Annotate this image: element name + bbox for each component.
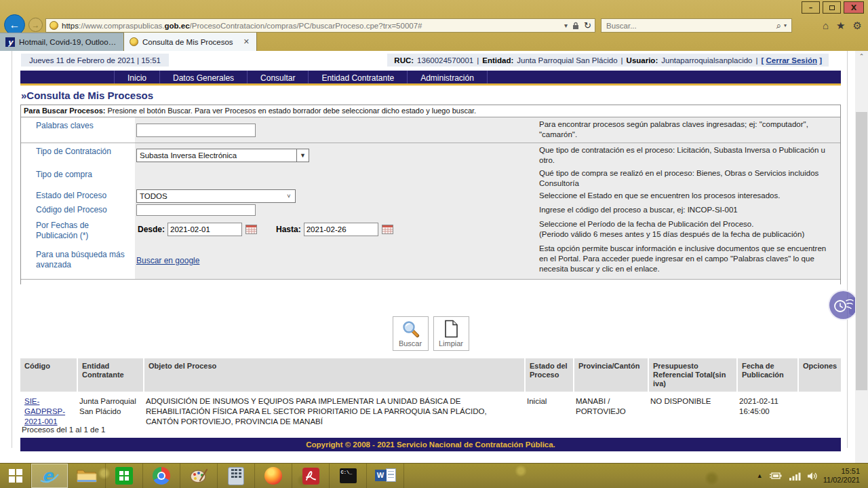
taskbar-firefox[interactable] xyxy=(255,464,292,488)
limpiar-button[interactable]: Limpiar xyxy=(433,316,469,351)
tab-label: Consulta de Mis Procesos xyxy=(142,38,238,46)
search-input[interactable] xyxy=(606,22,776,30)
chrome-icon xyxy=(153,467,170,485)
avanzada-help: Esta opción permite buscar información e… xyxy=(534,242,840,279)
session-bar: RUC: 1360024570001 | Entidad: Junta Parr… xyxy=(387,54,829,67)
col-entidad: Entidad Contratante xyxy=(78,358,143,392)
buscar-button[interactable]: Buscar xyxy=(393,316,429,351)
acrobat-reader-icon xyxy=(302,468,319,485)
proceso-codigo-link[interactable]: SIE-GADPRSP-2021-001 xyxy=(24,397,65,426)
scroll-up-icon[interactable]: ⌃ xyxy=(855,51,868,62)
codigo-input[interactable] xyxy=(136,204,256,216)
nav-item-entidad-contratante[interactable]: Entidad Contratante xyxy=(309,71,408,83)
col-codigo: Código xyxy=(20,358,77,392)
nav-item-datos-generales[interactable]: Datos Generales xyxy=(160,71,248,83)
entidad-label: Entidad: xyxy=(482,56,513,64)
taskbar-chrome[interactable] xyxy=(143,464,180,488)
nav-item-inicio[interactable]: Inicio xyxy=(114,71,160,83)
speaker-icon[interactable] xyxy=(807,472,817,481)
network-signal-icon[interactable] xyxy=(789,472,801,481)
ruc-label: RUC: xyxy=(394,56,414,64)
start-button[interactable] xyxy=(0,464,31,488)
taskbar-clock[interactable]: 15:51 11/02/2021 xyxy=(823,467,860,485)
nav-item-consultar[interactable]: Consultar xyxy=(248,71,309,83)
calendar-icon[interactable] xyxy=(382,225,393,234)
calendar-icon[interactable] xyxy=(245,225,257,234)
chevron-down-icon: ˅ xyxy=(283,190,295,202)
internet-explorer-icon: e xyxy=(39,466,60,485)
palabras-input[interactable] xyxy=(136,124,256,137)
taskbar-microsoft-store[interactable] xyxy=(106,464,143,488)
minimize-button[interactable]: – xyxy=(802,1,820,14)
logout-link[interactable]: [ Cerrar Sesión ] xyxy=(762,56,823,64)
screen: – X ← → https://www.compraspublicas.gob.… xyxy=(0,0,868,488)
refresh-icon[interactable]: ↻ xyxy=(584,20,591,31)
taskbar: e xyxy=(0,463,868,488)
url-dropdown-icon[interactable]: ▾ xyxy=(564,22,568,29)
cell-provincia: MANABI / PORTOVIEJO xyxy=(574,393,648,430)
scrollbar-thumb[interactable] xyxy=(856,112,867,390)
taskbar-internet-explorer[interactable]: e xyxy=(31,464,68,488)
usuario-value: Juntaparroquialsanplacido xyxy=(661,56,752,64)
search-box[interactable]: ⌕ ▾ xyxy=(601,18,792,33)
taskbar-word[interactable]: W xyxy=(367,464,404,488)
action-buttons: Buscar Limpiar xyxy=(20,316,841,351)
usuario-label: Usuario: xyxy=(627,56,658,64)
firefox-icon xyxy=(264,467,282,485)
taskbar-calculator[interactable] xyxy=(218,464,255,488)
hidden-icons-arrow[interactable]: ▲ xyxy=(757,472,763,479)
forward-arrow-icon: → xyxy=(32,20,40,30)
desde-input[interactable] xyxy=(167,223,242,236)
search-icon[interactable]: ⌕ xyxy=(776,20,781,31)
paint-palette-icon xyxy=(189,467,208,485)
search-dropdown-icon[interactable]: ▾ xyxy=(784,22,787,29)
instructions: Para Buscar Procesos: Presione el botón … xyxy=(21,105,840,117)
home-icon[interactable]: ⌂ xyxy=(823,20,829,31)
copyright-bar: Copyright © 2008 - 2021 Servicio Naciona… xyxy=(20,438,841,451)
winged-clock-icon xyxy=(833,297,854,314)
google-search-link[interactable]: Buscar en google xyxy=(136,256,199,265)
palabras-label: Palabras claves xyxy=(21,117,135,143)
taskbar-file-explorer[interactable] xyxy=(68,464,106,488)
address-bar[interactable]: https://www.compraspublicas.gob.ec/Proce… xyxy=(45,18,595,33)
settings-gear-icon[interactable]: ⚙ xyxy=(853,20,862,31)
tipo-contratacion-select[interactable]: Subasta Inversa Electrónica ▼ xyxy=(136,149,309,162)
estado-label: Estado del Proceso xyxy=(21,189,135,203)
form-row-avanzada: Para una búsqueda más avanzada Buscar en… xyxy=(21,242,840,280)
codigo-label: Código del Proceso xyxy=(21,203,135,217)
nav-item-administracion[interactable]: Administración xyxy=(408,71,488,83)
estado-help: Seleccione el Estado en que se encuentre… xyxy=(534,189,840,203)
cell-estado: Inicial xyxy=(526,393,573,430)
results-header-row: Código Entidad Contratante Objeto del Pr… xyxy=(20,358,841,392)
windows-logo-icon xyxy=(9,469,22,483)
tab-bar: y Hotmail, Covid-19, Outlook, N... Consu… xyxy=(0,33,868,51)
tab-consulta-procesos[interactable]: Consulta de Mis Procesos ✕ xyxy=(124,33,257,51)
avanzada-label: Para una búsqueda más avanzada xyxy=(21,242,135,279)
tab-hotmail[interactable]: y Hotmail, Covid-19, Outlook, N... xyxy=(0,33,124,51)
restore-button[interactable] xyxy=(823,1,841,14)
close-button[interactable]: X xyxy=(844,1,864,14)
estado-select[interactable]: TODOS ˅ xyxy=(136,189,296,203)
forward-button[interactable]: → xyxy=(28,18,43,32)
tab-label: Hotmail, Covid-19, Outlook, N... xyxy=(19,38,118,46)
page-scrollbar[interactable]: ⌃ xyxy=(855,51,868,463)
cell-entidad: Junta Parroquial San Plácido xyxy=(78,393,143,430)
store-icon xyxy=(115,467,133,485)
page-right-rule xyxy=(847,51,848,448)
msn-favicon: y xyxy=(5,37,15,47)
taskbar-paint[interactable] xyxy=(180,464,218,488)
taskbar-command-prompt[interactable]: C:\_ xyxy=(330,464,367,488)
buscar-label: Buscar xyxy=(399,339,422,348)
favorites-star-icon[interactable]: ★ xyxy=(836,20,845,31)
tab-close-icon[interactable]: ✕ xyxy=(242,37,251,46)
desde-label: Desde: xyxy=(138,225,165,234)
table-row: SIE-GADPRSP-2021-001 Junta Parroquial Sa… xyxy=(20,393,841,430)
url-text: https://www.compraspublicas.gob.ec/Proce… xyxy=(62,22,561,30)
hasta-input[interactable] xyxy=(304,223,378,236)
limpiar-label: Limpiar xyxy=(439,339,463,348)
form-row-tipo-compra: Tipo de compra Qué tipo de compra se rea… xyxy=(21,166,840,189)
command-prompt-icon: C:\_ xyxy=(340,468,357,483)
floating-timer-widget[interactable] xyxy=(828,290,859,320)
battery-plug-icon[interactable] xyxy=(769,472,783,480)
taskbar-acrobat[interactable] xyxy=(292,464,330,488)
